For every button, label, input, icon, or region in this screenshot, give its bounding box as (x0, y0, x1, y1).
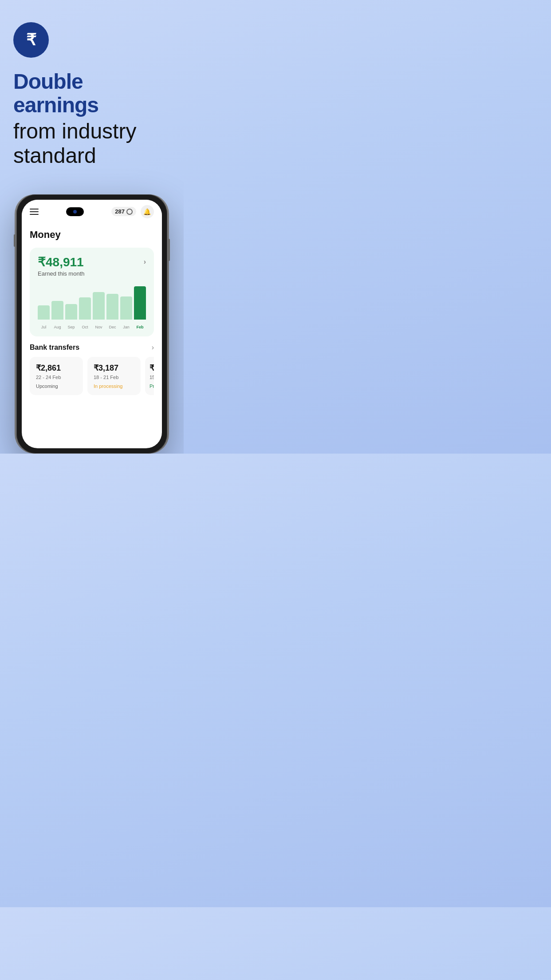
status-right: 287 🔔 (111, 205, 154, 218)
bar-label-feb: Feb (134, 323, 146, 329)
transfer-dates-1: 18 - 21 Feb (94, 375, 134, 380)
bar-col-oct (79, 297, 91, 320)
earnings-value: ₹48,911 (38, 255, 84, 269)
menu-line-3 (30, 214, 39, 215)
bar-chart (38, 284, 146, 320)
menu-line-1 (30, 209, 39, 209)
bar-label-aug: Aug (51, 323, 63, 329)
bar-dec (106, 294, 118, 320)
bank-transfers-arrow[interactable]: › (152, 344, 154, 352)
transfer-card-2[interactable]: ₹2 15 Proc (145, 357, 154, 395)
earnings-amount-row: ₹48,911 › (38, 255, 146, 269)
status-bar: 287 🔔 (22, 200, 162, 222)
target-icon (126, 209, 133, 215)
points-badge: 287 (111, 207, 136, 216)
transfer-amount-0: ₹2,861 (36, 363, 77, 373)
headline-bold: Double earnings (13, 70, 170, 117)
bar-feb (134, 286, 146, 320)
bar-labels: JulAugSepOctNovDecJanFeb (38, 323, 146, 329)
bank-transfers-header: Bank transfers › (30, 344, 154, 352)
transfer-card-1[interactable]: ₹3,187 18 - 21 Feb In processing (87, 357, 141, 395)
rupee-symbol: ₹ (26, 31, 36, 49)
transfer-dates-0: 22 - 24 Feb (36, 375, 77, 380)
app-content: Money ₹48,911 › Earned this month JulAug… (22, 222, 162, 402)
phone-screen: 287 🔔 Money ₹48,911 › Earned this month (22, 200, 162, 448)
bar-col-dec (106, 294, 118, 320)
bar-label-dec: Dec (106, 323, 118, 329)
bar-label-nov: Nov (93, 323, 105, 329)
bar-col-jan (120, 296, 132, 320)
bar-nov (93, 292, 105, 320)
rupee-icon: ₹ (13, 22, 49, 58)
bar-col-nov (93, 292, 105, 320)
points-value: 287 (115, 208, 125, 215)
earnings-chevron[interactable]: › (144, 258, 146, 266)
bar-sep (65, 304, 77, 320)
bar-col-aug (51, 301, 63, 320)
camera-dot (73, 210, 77, 213)
bar-col-sep (65, 304, 77, 320)
bank-transfers-title: Bank transfers (30, 344, 79, 352)
bar-col-jul (38, 305, 50, 320)
transfer-status-1: In processing (94, 383, 134, 389)
bar-col-feb (134, 286, 146, 320)
bar-label-sep: Sep (65, 323, 77, 329)
menu-line-2 (30, 211, 39, 212)
phone-frame: 287 🔔 Money ₹48,911 › Earned this month (16, 194, 167, 454)
phone-wrapper: 287 🔔 Money ₹48,911 › Earned this month (0, 194, 184, 454)
headline-regular: from industry standard (13, 119, 170, 168)
earnings-card[interactable]: ₹48,911 › Earned this month JulAugSepOct… (30, 248, 154, 336)
bar-oct (79, 297, 91, 320)
dynamic-island (66, 207, 84, 216)
transfer-amount-2: ₹2 (150, 363, 154, 373)
transfer-card-0[interactable]: ₹2,861 22 - 24 Feb Upcoming (30, 357, 83, 395)
bell-button[interactable]: 🔔 (141, 205, 154, 218)
bar-label-oct: Oct (79, 323, 91, 329)
earnings-label: Earned this month (38, 270, 146, 277)
menu-icon[interactable] (30, 209, 39, 215)
transfer-status-0: Upcoming (36, 383, 77, 389)
hero-section: ₹ Double earnings from industry standard (0, 0, 184, 181)
transfer-status-2: Proc (150, 383, 154, 389)
bar-jan (120, 296, 132, 320)
transfer-dates-2: 15 (150, 375, 154, 380)
bar-jul (38, 305, 50, 320)
page-title: Money (30, 229, 154, 241)
transfer-amount-1: ₹3,187 (94, 363, 134, 373)
transfers-row: ₹2,861 22 - 24 Feb Upcoming ₹3,187 18 - … (30, 357, 154, 395)
bar-label-jul: Jul (38, 323, 50, 329)
bar-label-jan: Jan (120, 323, 132, 329)
bar-aug (51, 301, 63, 320)
